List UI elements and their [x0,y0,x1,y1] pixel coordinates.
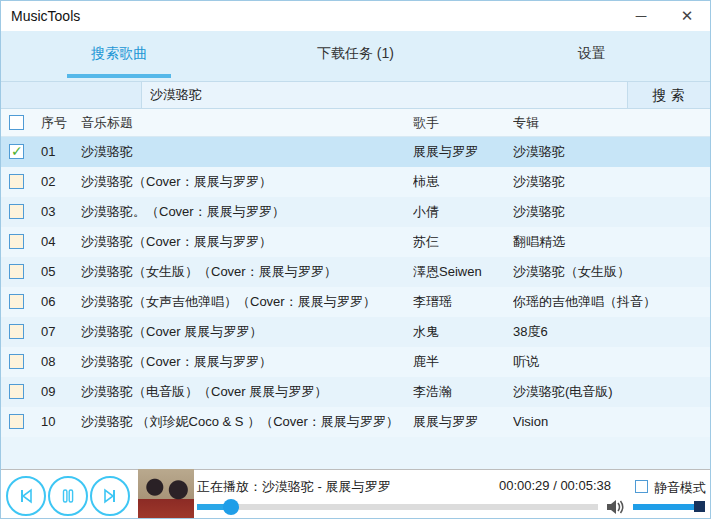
table-row[interactable]: 07沙漠骆驼（Cover 展展与罗罗）水鬼38度6 [1,317,710,347]
row-title: 沙漠骆驼（女生版）（Cover：展展与罗罗） [81,257,406,287]
active-tab-underline [67,74,171,78]
row-album: 翻唱精选 [513,227,708,257]
progress-knob[interactable] [223,499,239,515]
row-artist: 展展与罗罗 [413,137,509,167]
minimize-button[interactable]: ─ [624,1,658,31]
table-row[interactable]: 03沙漠骆驼。（Cover：展展与罗罗）小倩沙漠骆驼 [1,197,710,227]
row-artist: 澤恩Seiwen [413,257,509,287]
row-checkbox[interactable] [9,354,24,369]
now-playing-text: 正在播放：沙漠骆驼 - 展展与罗罗 [197,478,391,496]
column-header-album: 专辑 [513,109,708,137]
row-artist: 展展与罗罗 [413,407,509,437]
row-checkbox[interactable] [9,294,24,309]
mute-label: 静音模式 [654,479,706,497]
row-title: 沙漠骆驼（女声吉他弹唱）（Cover：展展与罗罗） [81,287,406,317]
row-index: 05 [41,257,75,287]
row-album: 沙漠骆驼(电音版) [513,377,708,407]
table-row[interactable]: 08沙漠骆驼（Cover：展展与罗罗）鹿半听说 [1,347,710,377]
row-title: 沙漠骆驼。（Cover：展展与罗罗） [81,197,406,227]
row-checkbox[interactable] [9,384,24,399]
mute-checkbox[interactable] [635,480,648,493]
row-title: 沙漠骆驼（Cover：展展与罗罗） [81,347,406,377]
tab-search-songs[interactable]: 搜索歌曲 [1,31,237,81]
row-checkbox[interactable] [9,324,24,339]
row-index: 09 [41,377,75,407]
search-row: 搜 索 [1,81,710,109]
row-index: 08 [41,347,75,377]
row-album: 38度6 [513,317,708,347]
row-album: 你瑶的吉他弹唱（抖音） [513,287,708,317]
table-row[interactable]: 04沙漠骆驼（Cover：展展与罗罗）苏仨翻唱精选 [1,227,710,257]
row-index: 03 [41,197,75,227]
row-checkbox[interactable] [9,174,24,189]
search-button[interactable]: 搜 索 [627,82,710,108]
volume-slider[interactable] [633,504,703,510]
previous-track-button[interactable] [6,476,46,516]
title-bar: MusicTools ─ ✕ [1,1,710,31]
tab-settings[interactable]: 设置 [474,31,710,81]
row-checkbox[interactable] [9,204,24,219]
table-row[interactable]: 10沙漠骆驼 （刘珍妮Coco & S ）（Cover：展展与罗罗）展展与罗罗V… [1,407,710,437]
row-checkbox[interactable] [9,264,24,279]
row-index: 06 [41,287,75,317]
next-track-button[interactable] [90,476,130,516]
tab-label: 搜索歌曲 [91,45,147,61]
row-checkbox[interactable] [9,414,24,429]
column-header-index: 序号 [41,109,75,137]
tab-label: 设置 [578,45,606,61]
speaker-icon[interactable] [605,498,625,516]
row-title: 沙漠骆驼（Cover：展展与罗罗） [81,227,406,257]
tab-label: 下载任务 (1) [317,45,394,61]
progress-bar[interactable] [197,504,598,510]
volume-knob[interactable] [694,501,705,512]
row-artist: 李瑨瑶 [413,287,509,317]
tab-download-tasks[interactable]: 下载任务 (1) [237,31,473,81]
row-album: 沙漠骆驼（女生版） [513,257,708,287]
close-button[interactable]: ✕ [670,1,704,31]
table-row[interactable]: 02沙漠骆驼（Cover：展展与罗罗）柿崽沙漠骆驼 [1,167,710,197]
search-input[interactable] [141,82,628,108]
table-row[interactable]: 09沙漠骆驼（电音版）（Cover 展展与罗罗）李浩瀚沙漠骆驼(电音版) [1,377,710,407]
row-album: 听说 [513,347,708,377]
row-index: 04 [41,227,75,257]
row-album: 沙漠骆驼 [513,137,708,167]
row-artist: 柿崽 [413,167,509,197]
tab-bar: 搜索歌曲 下载任务 (1) 设置 [1,31,710,81]
table-row[interactable]: 05沙漠骆驼（女生版）（Cover：展展与罗罗）澤恩Seiwen沙漠骆驼（女生版… [1,257,710,287]
window-title: MusicTools [11,1,80,31]
column-header-artist: 歌手 [413,109,509,137]
row-title: 沙漠骆驼（电音版）（Cover 展展与罗罗） [81,377,406,407]
row-artist: 苏仨 [413,227,509,257]
table-row[interactable]: 01沙漠骆驼展展与罗罗沙漠骆驼 [1,137,710,167]
row-index: 02 [41,167,75,197]
row-artist: 水鬼 [413,317,509,347]
row-artist: 小倩 [413,197,509,227]
row-index: 01 [41,137,75,167]
column-header-title: 音乐标题 [81,109,406,137]
select-all-checkbox[interactable] [9,115,24,130]
row-album: 沙漠骆驼 [513,197,708,227]
row-title: 沙漠骆驼（Cover 展展与罗罗） [81,317,406,347]
row-title: 沙漠骆驼（Cover：展展与罗罗） [81,167,406,197]
table-header: 序号 音乐标题 歌手 专辑 [1,109,710,137]
row-index: 10 [41,407,75,437]
row-artist: 李浩瀚 [413,377,509,407]
row-artist: 鹿半 [413,347,509,377]
row-index: 07 [41,317,75,347]
album-art [138,469,194,519]
row-checkbox[interactable] [9,144,24,159]
row-checkbox[interactable] [9,234,24,249]
table-row[interactable]: 06沙漠骆驼（女声吉他弹唱）（Cover：展展与罗罗）李瑨瑶你瑶的吉他弹唱（抖音… [1,287,710,317]
row-title: 沙漠骆驼 [81,137,406,167]
pause-button[interactable] [48,476,88,516]
playback-time: 00:00:29 / 00:05:38 [451,478,611,493]
results-list: 01沙漠骆驼展展与罗罗沙漠骆驼02沙漠骆驼（Cover：展展与罗罗）柿崽沙漠骆驼… [1,137,710,437]
row-album: 沙漠骆驼 [513,167,708,197]
row-title: 沙漠骆驼 （刘珍妮Coco & S ）（Cover：展展与罗罗） [81,407,406,437]
row-album: Vision [513,407,708,437]
player-bar: 正在播放：沙漠骆驼 - 展展与罗罗 00:00:29 / 00:05:38 静音… [1,469,710,519]
app-window: MusicTools ─ ✕ 搜索歌曲 下载任务 (1) 设置 搜 索 序号 音… [0,0,711,519]
